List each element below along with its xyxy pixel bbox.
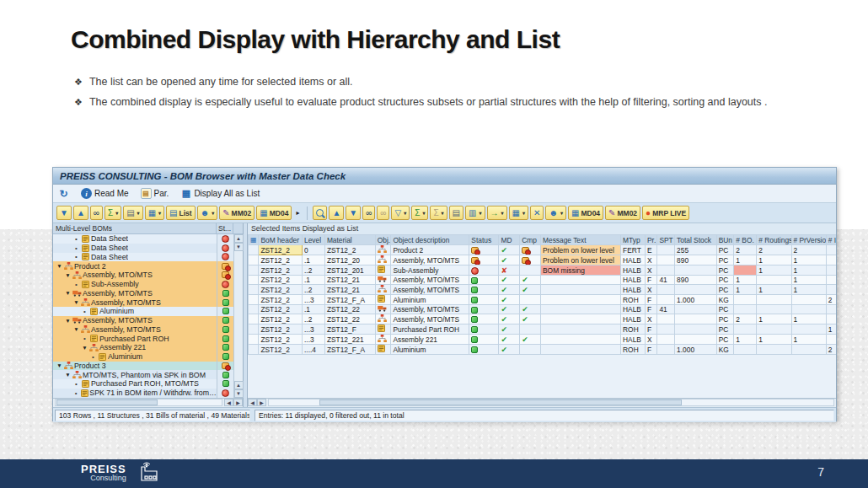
cell-object-description[interactable]: Purchased Part ROH <box>391 324 469 335</box>
cell-bun[interactable]: PC <box>716 255 734 265</box>
cell-routings[interactable]: 1 <box>757 335 791 345</box>
cell-prversio[interactable]: 1 <box>791 265 826 276</box>
cell-total-stock[interactable]: 1.000 <box>675 345 717 355</box>
cell-pr[interactable]: F <box>645 295 656 305</box>
scroll-right-icon[interactable]: ▶ <box>257 399 266 406</box>
cell-bom-header[interactable]: ZST12_2 <box>259 324 303 335</box>
button-mrp-live[interactable]: ●MRP LIVE <box>642 206 689 220</box>
cell-material[interactable]: ZST12_20 <box>324 255 375 265</box>
cell-inforec[interactable] <box>826 265 836 276</box>
column-header[interactable]: SPT <box>657 235 675 245</box>
cell-inforec[interactable] <box>826 245 836 255</box>
cell-level[interactable]: ..2 <box>303 265 325 276</box>
tree-row-status[interactable] <box>217 280 233 289</box>
button-find-icon[interactable]: ∞ <box>90 206 103 220</box>
button-export-icon[interactable]: →▾ <box>487 206 507 220</box>
button-views-icon[interactable]: ▥▾ <box>465 206 485 220</box>
cell-object-description[interactable]: Sub-Assembly <box>391 265 469 276</box>
cell-md[interactable]: ✔ <box>499 295 520 305</box>
cell-bom-header[interactable]: ZST12_2 <box>259 295 303 305</box>
cell-prversio[interactable]: 1 <box>791 285 826 295</box>
cell-object-icon[interactable] <box>375 276 391 285</box>
cell-inforec[interactable] <box>826 314 836 324</box>
cell-bom-header[interactable]: ZST12_2 <box>259 285 303 295</box>
button-layout-icon[interactable]: ▦▾ <box>509 206 528 220</box>
cell-md[interactable]: ✔ <box>499 335 520 345</box>
cell-mtyp[interactable]: HALB <box>621 305 646 314</box>
cell-total-stock[interactable]: 255 <box>675 245 717 255</box>
cell-prversio[interactable]: 1 <box>791 255 826 265</box>
cell-pr[interactable]: F <box>645 305 656 314</box>
tree-row[interactable]: ▼Assembly 221 <box>53 343 217 352</box>
cell-bun[interactable]: KG <box>716 295 734 305</box>
cell-cmp[interactable] <box>520 345 541 355</box>
cell-message-text[interactable] <box>541 305 621 314</box>
tree-row-status[interactable] <box>217 379 233 389</box>
cell-bun[interactable]: KG <box>716 345 734 355</box>
button-collapse-all-icon[interactable]: ▲ <box>73 206 88 220</box>
cell-md[interactable]: ✔ <box>499 276 520 285</box>
button-find-next-icon[interactable]: ∞ <box>377 206 389 220</box>
cell-message-text[interactable] <box>541 335 621 345</box>
cell-level[interactable]: ...3 <box>303 335 325 345</box>
cell-object-icon[interactable] <box>375 285 391 295</box>
row-selector[interactable] <box>249 245 259 255</box>
cell-cmp[interactable]: ✔ <box>520 314 541 324</box>
expander-icon[interactable]: ▼ <box>64 372 72 378</box>
cell-material[interactable]: ZST12_21 <box>324 285 375 295</box>
cell-bo[interactable] <box>734 265 757 276</box>
button-table-view-icon[interactable]: ▦▾ <box>145 206 164 220</box>
cell-spt[interactable] <box>657 285 675 295</box>
cell-status[interactable] <box>469 324 499 335</box>
cell-message-text[interactable] <box>541 345 621 355</box>
button-md04[interactable]: ▦MD04 <box>256 206 292 220</box>
cell-message-text[interactable] <box>541 276 621 285</box>
cell-routings[interactable]: 1 <box>757 255 791 265</box>
cell-bun[interactable]: PC <box>716 305 734 314</box>
cell-level[interactable]: ...3 <box>303 295 325 305</box>
tree-row[interactable]: •Purchased Part ROH <box>53 334 217 343</box>
cell-spt[interactable] <box>657 255 675 265</box>
cell-bom-header[interactable]: ZST12_2 <box>259 314 303 324</box>
column-header[interactable]: Obj. <box>375 235 391 245</box>
column-header[interactable]: Message Text <box>541 235 621 245</box>
cell-pr[interactable]: F <box>645 345 656 355</box>
cell-mtyp[interactable]: ROH <box>621 295 646 305</box>
scroll-right-icon[interactable]: ▶ <box>233 399 243 406</box>
cell-bo[interactable]: 2 <box>734 314 757 324</box>
cell-md[interactable]: ✔ <box>499 345 520 355</box>
cell-mtyp[interactable]: HALB <box>621 335 646 345</box>
cell-material[interactable]: ZST12_F_A <box>324 345 375 355</box>
cell-bun[interactable]: PC <box>716 245 734 255</box>
cell-total-stock[interactable] <box>675 285 717 295</box>
row-selector[interactable] <box>249 276 259 285</box>
cell-cmp[interactable]: ✔ <box>520 305 541 314</box>
button-detail-magnifier-icon[interactable] <box>313 206 327 220</box>
cell-status[interactable] <box>469 285 499 295</box>
cell-inforec[interactable]: 2 <box>826 295 836 305</box>
button-mm02[interactable]: ✎MM02 <box>605 206 640 220</box>
column-header[interactable]: Material <box>324 235 375 245</box>
tree-horizontal-scrollbar[interactable]: ◀ ▶ <box>53 398 243 408</box>
cell-status[interactable] <box>469 245 499 255</box>
scroll-left-icon[interactable]: ◀ <box>224 399 233 406</box>
expander-icon[interactable]: ▼ <box>72 299 80 305</box>
cell-spt[interactable] <box>657 345 675 355</box>
scroll-left-icon[interactable]: ◀ <box>248 399 257 406</box>
button-print-icon[interactable]: ▤ <box>449 206 463 220</box>
cell-bom-header[interactable]: ZST12_2 <box>259 245 303 255</box>
row-selector[interactable] <box>249 255 259 265</box>
tree-row[interactable]: ▼Assembly, MTO/MTS <box>53 325 217 335</box>
cell-inforec[interactable] <box>826 255 836 265</box>
tree-row-status[interactable] <box>217 244 233 253</box>
tree-row-status[interactable] <box>217 334 233 343</box>
cell-bom-header[interactable]: ZST12_2 <box>259 345 303 355</box>
list-row[interactable]: ZST12_2..2ZST12_22Assembly, MTO/MTS✔✔HAL… <box>249 314 837 324</box>
tree-row-status[interactable] <box>217 389 233 398</box>
cell-cmp[interactable] <box>520 295 541 305</box>
cell-status[interactable] <box>469 276 499 285</box>
cell-spt[interactable] <box>657 245 675 255</box>
cell-message-text[interactable] <box>541 285 621 295</box>
column-header[interactable]: MD <box>499 235 520 245</box>
cell-object-description[interactable]: Assembly, MTO/MTS <box>391 305 469 314</box>
